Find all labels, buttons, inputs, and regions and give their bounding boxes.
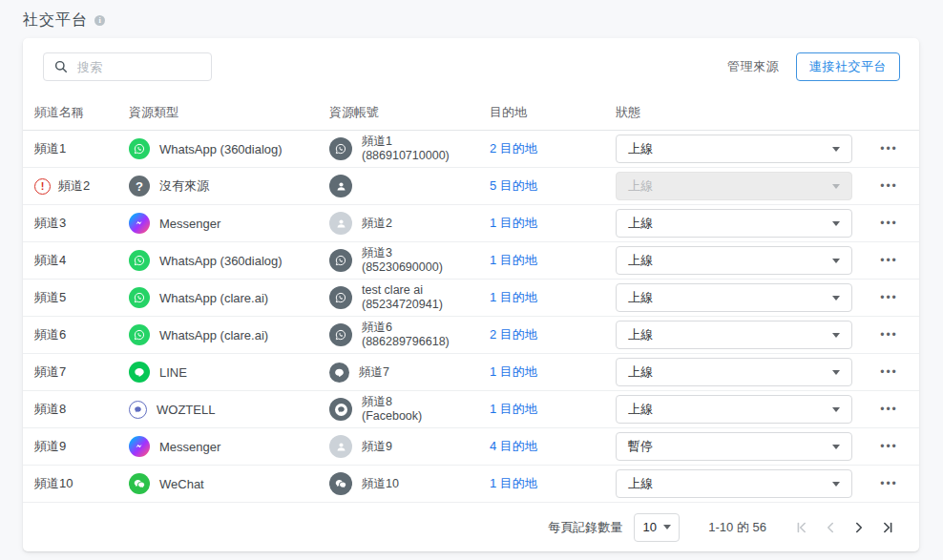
status-dropdown[interactable]: 上線 <box>616 246 852 275</box>
resource-type-label: WhatsApp (360dialog) <box>159 254 283 268</box>
resource-account-line1: 頻道10 <box>362 477 399 491</box>
wechat-gray-icon <box>329 472 352 495</box>
status-dropdown[interactable]: 暫停 <box>616 432 852 461</box>
channel-name: 頻道5 <box>34 289 66 306</box>
status-dropdown[interactable]: 上線 <box>616 469 852 498</box>
channel-name-cell: 頻道10 <box>34 475 129 492</box>
more-actions-button[interactable]: ••• <box>878 363 900 382</box>
header-resource-account: 資源帳號 <box>329 104 490 121</box>
status-value: 上線 <box>628 401 653 418</box>
table-row: 頻道6 WhatsApp (clare.ai) 頻道6(886289796618… <box>23 317 919 354</box>
status-dropdown[interactable]: 上線 <box>616 135 852 163</box>
status-dropdown[interactable]: 上線 <box>616 283 852 312</box>
destination-cell: 5 目的地 <box>490 177 616 195</box>
table-row: ! 頻道2 ?沒有來源 5 目的地 上線 ••• <box>23 168 919 205</box>
more-actions-button[interactable]: ••• <box>878 251 900 270</box>
destination-link[interactable]: 2 目的地 <box>490 140 537 157</box>
whatsapp-gray-icon <box>329 137 352 160</box>
table-row: 頻道3 Messenger 頻道2 1 目的地 上線 ••• <box>23 205 919 242</box>
toolbar-actions: 管理來源 連接社交平台 <box>727 52 900 81</box>
pagination-range: 1-10 的 56 <box>708 519 766 536</box>
more-actions-button[interactable]: ••• <box>878 400 900 419</box>
status-cell: 上線 <box>616 172 859 200</box>
status-value: 上線 <box>628 326 653 343</box>
table-body: 頻道1 WhatsApp (360dialog) 頻道1(88691071000… <box>23 131 919 503</box>
status-cell: 上線 <box>616 469 859 498</box>
header-resource-type: 資源類型 <box>129 104 329 121</box>
whatsapp-icon <box>129 250 150 271</box>
chevron-down-icon <box>832 333 840 338</box>
destination-link[interactable]: 5 目的地 <box>490 177 537 195</box>
next-page-icon[interactable] <box>845 513 873 542</box>
resource-account-cell: 頻道3(85230690000) <box>329 246 490 275</box>
resource-account-cell: 頻道10 <box>329 472 490 495</box>
page-size-select[interactable]: 10 <box>634 513 680 542</box>
channel-name: 頻道9 <box>34 438 66 455</box>
channel-name: 頻道4 <box>34 252 66 269</box>
destination-link[interactable]: 1 目的地 <box>490 252 537 269</box>
more-actions-button[interactable]: ••• <box>878 474 900 493</box>
resource-type-cell: WhatsApp (360dialog) <box>129 250 329 271</box>
last-page-icon[interactable] <box>873 513 902 542</box>
first-page-icon[interactable] <box>787 513 816 542</box>
social-platform-card: 管理來源 連接社交平台 頻道名稱 資源類型 資源帳號 目的地 狀態 頻道1 Wh… <box>23 38 919 551</box>
resource-account-cell: 頻道1(886910710000) <box>329 135 490 163</box>
channel-name-cell: 頻道4 <box>34 252 129 269</box>
avatar-icon <box>329 435 352 458</box>
channel-name: 頻道3 <box>34 215 66 232</box>
destination-cell: 4 目的地 <box>490 438 616 455</box>
channel-name: 頻道2 <box>58 177 90 195</box>
destination-link[interactable]: 4 目的地 <box>490 438 537 455</box>
status-dropdown[interactable]: 上線 <box>616 321 852 349</box>
resource-account-line1: 頻道2 <box>362 217 392 231</box>
destination-link[interactable]: 1 目的地 <box>490 401 537 418</box>
page-size-label: 每頁記錄數量 <box>548 519 622 536</box>
resource-account-line1: 頻道3 <box>362 246 443 260</box>
more-actions-button[interactable]: ••• <box>878 325 900 344</box>
status-dropdown[interactable]: 上線 <box>616 358 852 386</box>
more-actions-button[interactable]: ••• <box>878 176 900 196</box>
destination-link[interactable]: 2 目的地 <box>490 326 537 343</box>
line-gray-icon <box>329 363 349 383</box>
destination-cell: 1 目的地 <box>490 401 616 418</box>
actions-cell: ••• <box>859 176 919 196</box>
resource-account-cell <box>329 175 490 197</box>
status-value: 上線 <box>628 140 653 157</box>
status-dropdown: 上線 <box>616 172 852 200</box>
more-actions-button[interactable]: ••• <box>878 214 900 233</box>
manage-sources-button[interactable]: 管理來源 <box>727 58 779 75</box>
resource-type-cell: Messenger <box>129 213 329 234</box>
status-dropdown[interactable]: 上線 <box>616 209 852 238</box>
more-actions-button[interactable]: ••• <box>878 288 900 307</box>
search-input[interactable] <box>77 60 203 74</box>
table-row: 頻道9 Messenger 頻道9 4 目的地 暫停 ••• <box>23 428 919 466</box>
connect-social-platform-button[interactable]: 連接社交平台 <box>796 52 900 81</box>
destination-link[interactable]: 1 目的地 <box>490 363 537 381</box>
more-actions-button[interactable]: ••• <box>878 139 900 158</box>
whatsapp-gray-icon <box>329 286 352 309</box>
resource-account-line1: 頻道7 <box>359 365 389 380</box>
resource-account-line2: (Facebook) <box>362 409 422 424</box>
status-dropdown[interactable]: 上線 <box>616 395 852 424</box>
destination-link[interactable]: 1 目的地 <box>490 289 537 306</box>
search-box[interactable] <box>43 52 212 81</box>
resource-account-cell: 頻道6(886289796618) <box>329 321 490 349</box>
whatsapp-gray-icon <box>329 249 352 272</box>
destination-link[interactable]: 1 目的地 <box>490 475 537 492</box>
toolbar: 管理來源 連接社交平台 <box>23 38 919 95</box>
chevron-down-icon <box>832 259 840 263</box>
destination-cell: 1 目的地 <box>490 215 616 232</box>
woztell-icon <box>129 401 147 419</box>
chevron-down-icon <box>832 184 840 189</box>
resource-type-cell: WeChat <box>129 473 329 494</box>
table-row: 頻道7 LINE 頻道7 1 目的地 上線 ••• <box>23 354 919 391</box>
status-value: 上線 <box>628 252 653 269</box>
table-row: 頻道10 WeChat 頻道10 1 目的地 上線 ••• <box>23 466 919 503</box>
actions-cell: ••• <box>859 363 919 382</box>
resource-type-label: LINE <box>159 365 187 380</box>
destination-link[interactable]: 1 目的地 <box>490 215 537 232</box>
more-actions-button[interactable]: ••• <box>878 437 900 456</box>
previous-page-icon[interactable] <box>816 513 845 542</box>
destination-cell: 1 目的地 <box>490 363 616 381</box>
resource-account-line2: (85230690000) <box>362 260 443 275</box>
